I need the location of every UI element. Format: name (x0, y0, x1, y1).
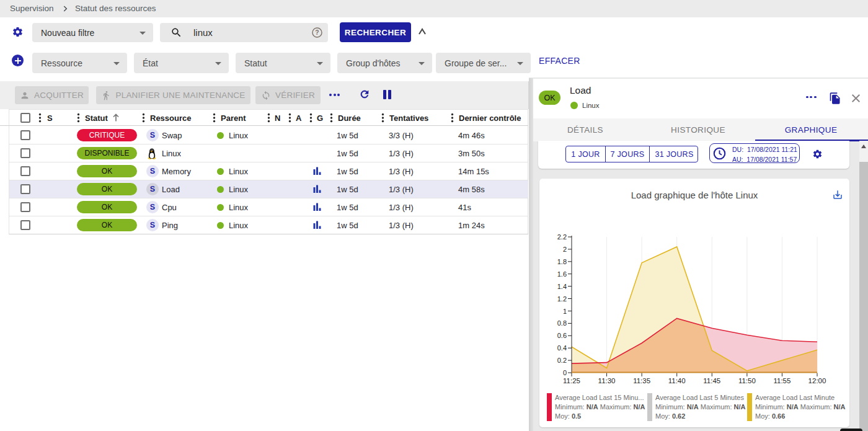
svg-text:Average Load Last Minute: Average Load Last Minute (755, 394, 835, 401)
svg-text:Average Load Last 15 Minu...: Average Load Last 15 Minu... (555, 394, 644, 401)
svg-text:?: ? (315, 29, 319, 36)
svg-text:1.2: 1.2 (557, 295, 567, 303)
svg-text:11:55: 11:55 (773, 377, 790, 384)
svg-text:11:30: 11:30 (598, 377, 616, 384)
svg-text:0: 0 (563, 369, 567, 376)
svg-text:1.6: 1.6 (557, 270, 567, 278)
svg-text:Moy: 0.62: Moy: 0.62 (655, 412, 685, 420)
svg-text:11:45: 11:45 (703, 377, 720, 384)
svg-text:Moy: 0.66: Moy: 0.66 (755, 412, 785, 420)
svg-text:Minimum: N/A Maximum: N/A: Minimum: N/A Maximum: N/A (755, 403, 846, 411)
svg-text:12:00: 12:00 (808, 377, 826, 384)
svg-text:Average Load Last 5 Minutes: Average Load Last 5 Minutes (655, 394, 744, 401)
svg-text:0.2: 0.2 (557, 357, 567, 364)
svg-text:1.4: 1.4 (557, 283, 567, 290)
svg-text:0.8: 0.8 (557, 319, 567, 327)
svg-text:2: 2 (563, 246, 567, 253)
svg-text:11:50: 11:50 (738, 377, 756, 384)
svg-text:Minimum: N/A Maximum: N/A: Minimum: N/A Maximum: N/A (655, 403, 746, 411)
svg-text:11:40: 11:40 (668, 377, 686, 384)
svg-text:Moy: 0.5: Moy: 0.5 (555, 412, 581, 420)
svg-text:Load graphique de l'hôte Linux: Load graphique de l'hôte Linux (631, 190, 758, 200)
svg-text:0.4: 0.4 (557, 344, 567, 352)
svg-text:Minimum: N/A Maximum: N/A: Minimum: N/A Maximum: N/A (555, 403, 645, 411)
svg-text:11:35: 11:35 (633, 377, 650, 384)
svg-text:1: 1 (563, 308, 567, 315)
svg-text:2.2: 2.2 (557, 233, 567, 241)
svg-text:0.6: 0.6 (557, 332, 567, 339)
svg-text:1.8: 1.8 (557, 258, 567, 265)
svg-text:11:25: 11:25 (563, 377, 580, 384)
